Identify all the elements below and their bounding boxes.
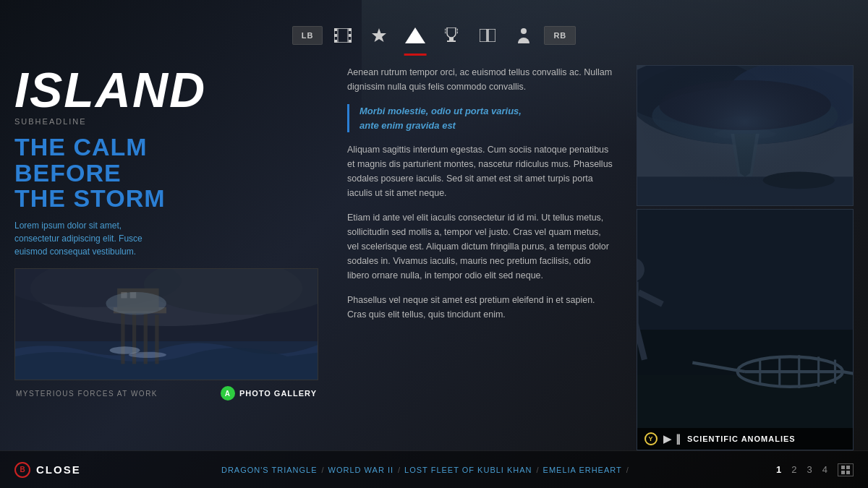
body-text-4: Phasellus vel neque sit amet est pretium… [347, 293, 615, 322]
body-text-2: Aliquam sagittis interdum egestas. Cum s… [347, 142, 615, 200]
svg-point-16 [521, 28, 527, 34]
svg-rect-61 [637, 210, 853, 450]
svg-rect-6 [349, 40, 352, 43]
blockquote: Morbi molestie, odio ut porta varius,ant… [347, 104, 615, 132]
image-caption-bar: MYSTERIOUS FORCES AT WORK A PHOTO GALLER… [14, 386, 318, 401]
svg-rect-4 [349, 34, 352, 37]
content-area: ISLAND SUBHEADLINE THE CALMBEFORETHE STO… [0, 58, 868, 450]
svg-rect-65 [846, 471, 850, 474]
tag-separator-2: / [398, 466, 400, 474]
main-container: LB [0, 0, 868, 488]
subheadline: SUBHEADLINE [14, 117, 318, 126]
b-button-icon: B [14, 462, 30, 478]
storm-title: THE CALMBEFORETHE STORM [14, 134, 318, 212]
body-text-1: Aenean rutrum tempor orci, ac euismod te… [347, 65, 615, 94]
svg-rect-64 [841, 471, 845, 474]
a-button-icon: A [221, 386, 235, 401]
photo-gallery-label: PHOTO GALLERY [239, 389, 317, 398]
book-nav-icon[interactable] [472, 20, 503, 51]
svg-rect-3 [334, 34, 337, 37]
body-text-3: Etiam id ante vel elit iaculis consectet… [347, 210, 615, 283]
svg-rect-22 [121, 311, 124, 364]
svg-point-32 [106, 292, 166, 314]
svg-marker-9 [372, 28, 386, 42]
close-button[interactable]: B CLOSE [14, 462, 81, 478]
page-2[interactable]: 2 [788, 463, 799, 476]
left-image [14, 268, 318, 380]
rb-button[interactable]: RB [544, 26, 576, 45]
tag-dragons-triangle[interactable]: DRAGON'S TRIANGLE [221, 466, 318, 474]
scientific-anomalies-label: Y ▶ ‖ SCIENTIFIC ANOMALIES [637, 428, 853, 450]
right-image-bottom: Y ▶ ‖ SCIENTIFIC ANOMALIES [637, 209, 854, 450]
island-title: ISLAND [14, 65, 318, 114]
svg-rect-5 [334, 40, 337, 43]
svg-rect-1 [334, 28, 337, 31]
tag-separator-3: / [537, 466, 539, 474]
film-nav-icon[interactable] [327, 20, 359, 51]
storm-subtitle: Lorem ipsum dolor sit amet,consectetur a… [14, 219, 318, 258]
bottom-tags: DRAGON'S TRIANGLE / WORLD WAR II / LOST … [221, 466, 633, 474]
page-icon[interactable] [838, 463, 854, 476]
lb-button[interactable]: LB [292, 26, 323, 45]
tag-world-war-ii[interactable]: WORLD WAR II [328, 466, 393, 474]
svg-point-31 [129, 352, 166, 358]
person-nav-icon[interactable] [508, 20, 540, 51]
svg-marker-10 [405, 27, 425, 43]
caption-text: MYSTERIOUS FORCES AT WORK [16, 390, 158, 398]
svg-rect-12 [447, 40, 456, 42]
close-label: CLOSE [36, 463, 81, 476]
right-image-top [637, 65, 854, 206]
middle-panel: Aenean rutrum tempor orci, ac euismod te… [333, 58, 629, 450]
page-1[interactable]: 1 [773, 463, 784, 476]
photo-gallery-button[interactable]: A PHOTO GALLERY [221, 386, 317, 401]
y-button-icon: Y [644, 432, 658, 445]
svg-rect-11 [449, 38, 454, 40]
scientific-anomalies-text: SCIENTIFIC ANOMALIES [687, 435, 796, 443]
svg-rect-63 [846, 466, 850, 469]
svg-rect-13 [480, 29, 487, 42]
svg-rect-14 [488, 29, 495, 42]
location-nav-icon[interactable] [399, 20, 431, 51]
video-icon: ▶ ‖ [663, 433, 681, 445]
page-4[interactable]: 4 [820, 463, 830, 476]
tag-lost-fleet[interactable]: LOST FLEET OF KUBLI KHAN [404, 466, 532, 474]
svg-rect-41 [637, 66, 853, 205]
top-nav: LB [0, 0, 868, 58]
star-nav-icon[interactable] [363, 20, 395, 51]
page-3[interactable]: 3 [804, 463, 815, 476]
bottom-bar: B CLOSE DRAGON'S TRIANGLE / WORLD WAR II… [0, 450, 868, 488]
tag-separator-1: / [322, 466, 324, 474]
tag-emelia[interactable]: EMELIA ERHEART [543, 466, 622, 474]
left-panel: ISLAND SUBHEADLINE THE CALMBEFORETHE STO… [14, 58, 333, 450]
pagination: 1 2 3 4 [773, 463, 854, 476]
nav-icons: LB [292, 20, 576, 51]
svg-rect-2 [349, 28, 352, 31]
svg-rect-62 [841, 466, 845, 469]
tag-separator-4: / [626, 466, 629, 474]
trophy-nav-icon[interactable] [435, 20, 467, 51]
right-panel: Y ▶ ‖ SCIENTIFIC ANOMALIES [629, 58, 854, 450]
